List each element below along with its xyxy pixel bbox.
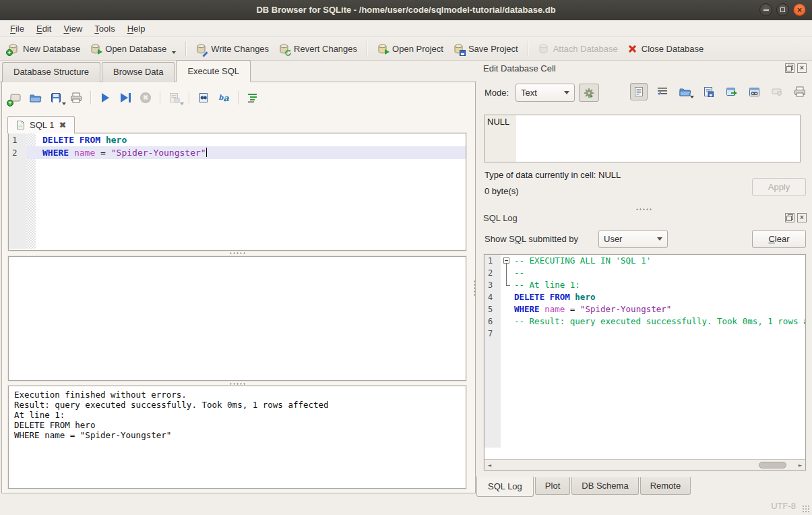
menu-view[interactable]: View [57,22,88,35]
window-title: DB Browser for SQLite - /home/user/code/… [0,0,812,20]
log-horizontal-scrollbar[interactable]: ◄ ► [485,459,805,470]
menu-edit[interactable]: Edit [30,22,57,35]
execute-current-line-icon[interactable] [117,90,133,106]
text-cursor [206,148,207,157]
import-data-icon[interactable] [677,84,693,100]
word-wrap-icon[interactable] [654,84,670,100]
minimize-button[interactable] [759,3,772,16]
export-data-icon[interactable] [723,84,739,100]
sql-editor-toolbar: + ✖ ba [7,86,261,109]
dock-close-button[interactable]: × [797,213,807,222]
results-pane[interactable] [8,256,466,381]
scroll-left-icon[interactable]: ◄ [485,460,495,470]
open-project-button[interactable]: Open Project [372,40,448,57]
set-null-icon [769,84,785,100]
tab-sql-log[interactable]: SQL Log [476,477,534,497]
scrollbar-thumb[interactable] [759,462,786,468]
right-dock-area: Edit Database Cell × Mode: Text [476,61,812,495]
execute-all-icon[interactable] [97,90,113,106]
save-results-icon [166,90,183,106]
tab-db-schema[interactable]: DB Schema [571,477,638,495]
close-tab-icon[interactable]: ✖ [59,121,66,129]
resize-grip-icon[interactable] [802,505,810,513]
toolbar-separator [189,91,189,104]
new-database-button[interactable]: + New Database [3,40,85,57]
sql-log-filter-select[interactable]: User [598,230,668,248]
scroll-right-icon[interactable]: ► [795,460,805,470]
close-database-icon [627,44,637,54]
apply-format-button[interactable] [579,84,599,102]
open-project-icon [377,43,388,55]
sql-log-view[interactable]: 1 -- EXECUTING ALL IN 'SQL 1' 2 -- 3 -- … [484,254,806,471]
fold-margin [26,159,36,249]
tab-database-structure[interactable]: Database Structure [2,62,100,82]
dock-splitter[interactable] [635,207,653,210]
menu-tools[interactable]: Tools [88,22,121,35]
edit-cell-dock-title: Edit Database Cell [483,63,556,73]
toolbar-separator [238,91,239,104]
editor-line-current: 2 WHERE name = "Spider-Youngster" [9,146,466,159]
fold-margin [26,146,36,159]
format-sql-icon[interactable] [245,90,261,106]
revert-changes-button[interactable]: Revert Changes [274,40,362,57]
mode-select[interactable]: Text [516,84,575,102]
save-menu-caret[interactable] [62,102,66,105]
write-changes-button[interactable]: Write Changes [191,40,274,57]
save-sql-file-icon[interactable] [48,90,64,106]
document-icon [16,120,25,130]
sql-log-dock-title: SQL Log [483,213,518,223]
dock-float-button[interactable] [785,63,794,73]
dock-close-button[interactable]: × [797,63,807,73]
main-vertical-splitter[interactable] [472,280,476,297]
text-mode-icon[interactable] [630,83,648,100]
message-line: WHERE name = "Spider-Youngster" [14,430,460,440]
float-icon [786,66,792,71]
toolbar-separator [185,41,186,56]
import-menu-caret[interactable] [690,96,694,98]
print-icon[interactable] [68,90,84,106]
word-case-icon[interactable]: ba [216,90,232,106]
messages-pane[interactable]: Execution finished without errors. Resul… [8,386,466,489]
dock-float-button[interactable] [785,213,794,222]
sql-1-tab[interactable]: SQL 1 ✖ [7,116,75,133]
sql-editor[interactable]: 1 DELETE FROM hero 2 WHERE name = "Spide… [8,133,466,251]
chevron-down-icon [564,91,569,94]
toolbar-separator [367,41,367,56]
menu-help[interactable]: Help [121,22,152,35]
maximize-button[interactable] [776,3,789,16]
clear-log-button[interactable]: Clear [752,230,806,248]
print-cell-icon[interactable] [792,84,808,100]
tab-remote[interactable]: Remote [640,477,691,495]
tab-browse-data[interactable]: Browse Data [102,62,175,82]
save-project-button[interactable]: Save Project [448,40,523,57]
attach-database-icon [538,43,549,55]
open-database-button[interactable]: Open Database [85,40,181,57]
tab-execute-sql[interactable]: Execute SQL [176,60,251,82]
open-database-icon [90,43,101,55]
find-replace-icon[interactable] [195,90,212,106]
cell-size-text: 0 byte(s) [485,186,519,196]
link-icon[interactable] [746,84,762,100]
close-button[interactable]: × [793,3,806,16]
save-data-icon[interactable] [700,84,716,100]
dock-tab-bar: SQL Log Plot DB Schema Remote [476,477,692,497]
fold-margin [26,133,36,146]
cell-type-text: Type of data currently in cell: NULL [485,170,621,180]
editor-results-splitter[interactable] [229,251,247,254]
cell-value-editor[interactable]: NULL [484,115,801,162]
message-line: Execution finished without errors. [14,390,460,400]
write-changes-icon [195,43,207,55]
titlebar[interactable]: DB Browser for SQLite - /home/user/code/… [0,0,812,21]
open-sql-file-icon[interactable] [28,90,44,106]
toolbar-separator [528,41,528,56]
close-database-button[interactable]: Close Database [623,41,709,57]
revert-changes-icon [278,43,290,55]
fold-collapse-icon[interactable] [503,258,509,264]
db-browser-window: DB Browser for SQLite - /home/user/code/… [0,0,812,515]
menu-file[interactable]: File [4,22,30,35]
results-messages-splitter[interactable] [229,382,247,385]
tab-plot[interactable]: Plot [535,477,570,495]
open-database-menu-caret[interactable] [172,51,176,54]
message-line: DELETE FROM hero [14,420,460,430]
new-tab-icon[interactable]: + [7,90,24,106]
